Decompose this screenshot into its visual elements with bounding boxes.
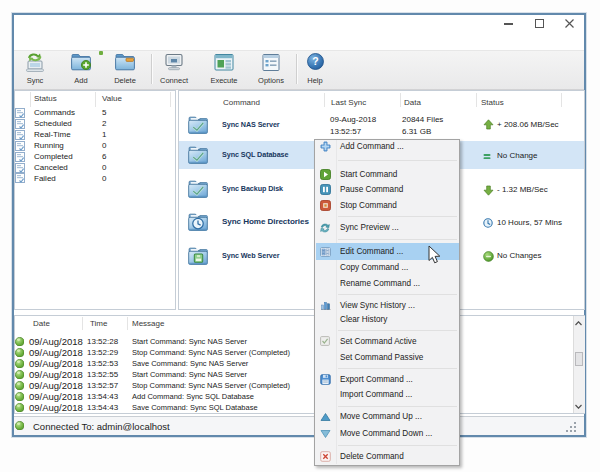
svg-text:?: ? xyxy=(312,55,318,67)
